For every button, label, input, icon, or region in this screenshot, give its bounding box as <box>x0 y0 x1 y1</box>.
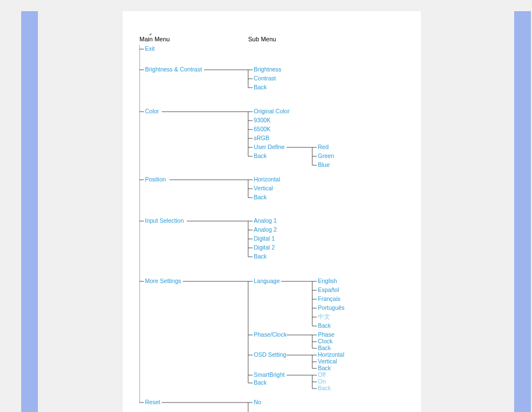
sub-ud-red: Red <box>318 143 328 150</box>
sub-lang-francais: Français <box>318 295 340 302</box>
sub-reset-no: No <box>254 399 262 405</box>
sub-pos-back: Back <box>254 194 267 200</box>
sub-in-digital1: Digital 1 <box>254 235 275 242</box>
sub-ms-back: Back <box>254 379 267 386</box>
sub-sb-on: On <box>318 378 326 385</box>
sub-osd-back: Back <box>318 365 331 371</box>
heading-sub-menu: Sub Menu <box>248 36 276 42</box>
main-exit: Exit <box>145 45 155 52</box>
main-input-selection: Input Selection <box>145 217 184 224</box>
sub-osd-vertical: Vertical <box>318 358 337 365</box>
sub-ud-blue: Blue <box>318 161 330 168</box>
title-note: Only available for Nafta Model <box>139 33 229 35</box>
sub-in-back: Back <box>254 253 267 260</box>
sub-color-user-define: User Define <box>254 143 285 150</box>
sub-ms-phaseclock: Phase/Clock <box>254 331 287 338</box>
sub-pos-vertical: Vertical <box>254 185 273 191</box>
sub-pc-back: Back <box>318 344 331 351</box>
main-brightness-contrast: Brightness & Contrast <box>145 66 202 73</box>
sub-lang-portugues: Português <box>318 304 345 311</box>
sub-color-back: Back <box>254 152 267 159</box>
page-container: Only available for Nafta Model Main Menu… <box>0 0 532 412</box>
sub-sb-back: Back <box>318 385 331 391</box>
sub-ms-smartbright: SmartBright <box>254 371 285 378</box>
main-more-settings: More Settings <box>145 277 181 284</box>
menu-tree: Only available for Nafta Model Main Menu… <box>139 33 407 412</box>
sub-ms-language: Language <box>254 277 280 284</box>
sub-color-srgb: sRGB <box>254 135 269 141</box>
sub-bc-back: Back <box>254 84 267 90</box>
sub-bc-brightness: Brightness <box>254 66 282 73</box>
main-position: Position <box>145 176 166 183</box>
document-page: Only available for Nafta Model Main Menu… <box>123 11 421 412</box>
sub-ms-osd: OSD Setting <box>254 351 287 358</box>
sub-pos-horizontal: Horizontal <box>254 176 280 183</box>
sub-ud-green: Green <box>318 152 334 159</box>
sub-pc-phase: Phase <box>318 331 335 338</box>
sub-color-6500k: 6500K <box>254 126 270 132</box>
sub-lang-espanol: Español <box>318 286 339 293</box>
sub-color-original: Original Color <box>254 108 290 114</box>
sub-in-digital2: Digital 2 <box>254 244 275 251</box>
heading-main-menu: Main Menu <box>139 36 170 42</box>
decorative-strip-left <box>21 11 38 412</box>
sub-lang-english: English <box>318 277 337 284</box>
sub-sb-off: Off <box>318 371 326 378</box>
sub-color-9300k: 9300K <box>254 117 270 123</box>
main-color: Color <box>145 108 159 114</box>
decorative-strip-right <box>514 11 531 412</box>
sub-pc-clock: Clock <box>318 338 333 344</box>
sub-lang-back: Back <box>318 322 331 329</box>
sub-in-analog1: Analog 1 <box>254 217 277 224</box>
sub-in-analog2: Analog 2 <box>254 226 277 233</box>
sub-lang-chinese: 中文 <box>318 313 330 320</box>
sub-osd-horizontal: Horizontal <box>318 351 344 358</box>
sub-bc-contrast: Contrast <box>254 75 276 82</box>
main-reset: Reset <box>145 399 161 405</box>
